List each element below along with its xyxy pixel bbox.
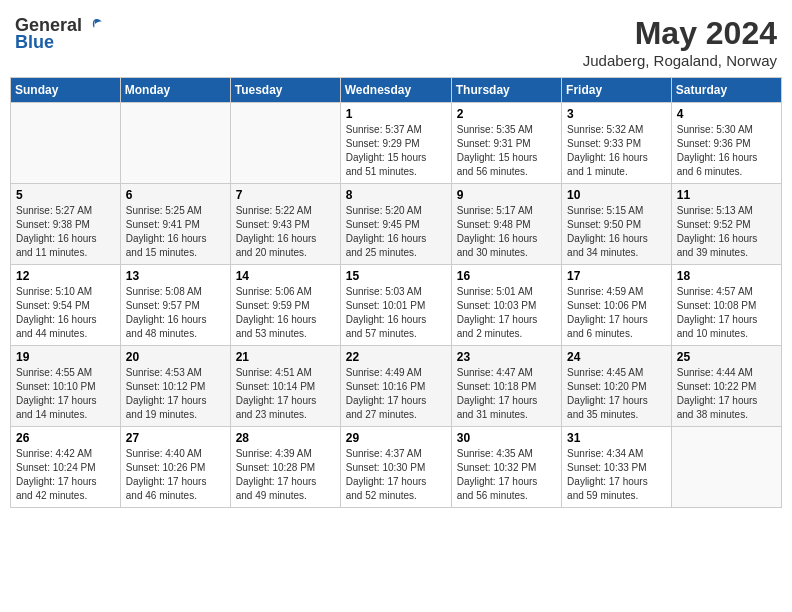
calendar-cell: 2Sunrise: 5:35 AM Sunset: 9:31 PM Daylig… [451, 103, 561, 184]
day-info: Sunrise: 5:22 AM Sunset: 9:43 PM Dayligh… [236, 204, 335, 260]
day-number: 18 [677, 269, 776, 283]
day-info: Sunrise: 5:32 AM Sunset: 9:33 PM Dayligh… [567, 123, 666, 179]
calendar-week-2: 5Sunrise: 5:27 AM Sunset: 9:38 PM Daylig… [11, 184, 782, 265]
calendar-cell: 6Sunrise: 5:25 AM Sunset: 9:41 PM Daylig… [120, 184, 230, 265]
day-info: Sunrise: 4:39 AM Sunset: 10:28 PM Daylig… [236, 447, 335, 503]
calendar-cell [11, 103, 121, 184]
calendar-cell: 11Sunrise: 5:13 AM Sunset: 9:52 PM Dayli… [671, 184, 781, 265]
calendar-cell: 9Sunrise: 5:17 AM Sunset: 9:48 PM Daylig… [451, 184, 561, 265]
day-info: Sunrise: 5:20 AM Sunset: 9:45 PM Dayligh… [346, 204, 446, 260]
day-number: 5 [16, 188, 115, 202]
month-title: May 2024 [583, 15, 777, 52]
day-number: 9 [457, 188, 556, 202]
day-info: Sunrise: 5:06 AM Sunset: 9:59 PM Dayligh… [236, 285, 335, 341]
day-number: 11 [677, 188, 776, 202]
calendar-table: SundayMondayTuesdayWednesdayThursdayFrid… [10, 77, 782, 508]
calendar-header-row: SundayMondayTuesdayWednesdayThursdayFrid… [11, 78, 782, 103]
calendar-cell: 1Sunrise: 5:37 AM Sunset: 9:29 PM Daylig… [340, 103, 451, 184]
day-number: 12 [16, 269, 115, 283]
day-number: 27 [126, 431, 225, 445]
calendar-cell: 18Sunrise: 4:57 AM Sunset: 10:08 PM Dayl… [671, 265, 781, 346]
calendar-cell [120, 103, 230, 184]
column-header-friday: Friday [562, 78, 672, 103]
calendar-cell: 16Sunrise: 5:01 AM Sunset: 10:03 PM Dayl… [451, 265, 561, 346]
day-number: 29 [346, 431, 446, 445]
day-number: 26 [16, 431, 115, 445]
day-number: 22 [346, 350, 446, 364]
calendar-cell: 23Sunrise: 4:47 AM Sunset: 10:18 PM Dayl… [451, 346, 561, 427]
day-info: Sunrise: 5:37 AM Sunset: 9:29 PM Dayligh… [346, 123, 446, 179]
calendar-cell: 7Sunrise: 5:22 AM Sunset: 9:43 PM Daylig… [230, 184, 340, 265]
calendar-cell: 27Sunrise: 4:40 AM Sunset: 10:26 PM Dayl… [120, 427, 230, 508]
calendar-cell: 31Sunrise: 4:34 AM Sunset: 10:33 PM Dayl… [562, 427, 672, 508]
day-info: Sunrise: 5:03 AM Sunset: 10:01 PM Daylig… [346, 285, 446, 341]
location-title: Judaberg, Rogaland, Norway [583, 52, 777, 69]
calendar-cell: 24Sunrise: 4:45 AM Sunset: 10:20 PM Dayl… [562, 346, 672, 427]
calendar-cell: 4Sunrise: 5:30 AM Sunset: 9:36 PM Daylig… [671, 103, 781, 184]
day-number: 8 [346, 188, 446, 202]
day-info: Sunrise: 4:57 AM Sunset: 10:08 PM Daylig… [677, 285, 776, 341]
day-info: Sunrise: 5:27 AM Sunset: 9:38 PM Dayligh… [16, 204, 115, 260]
calendar-cell: 13Sunrise: 5:08 AM Sunset: 9:57 PM Dayli… [120, 265, 230, 346]
day-info: Sunrise: 5:30 AM Sunset: 9:36 PM Dayligh… [677, 123, 776, 179]
day-number: 2 [457, 107, 556, 121]
calendar-week-1: 1Sunrise: 5:37 AM Sunset: 9:29 PM Daylig… [11, 103, 782, 184]
day-info: Sunrise: 5:35 AM Sunset: 9:31 PM Dayligh… [457, 123, 556, 179]
day-number: 1 [346, 107, 446, 121]
day-info: Sunrise: 4:34 AM Sunset: 10:33 PM Daylig… [567, 447, 666, 503]
day-number: 31 [567, 431, 666, 445]
calendar-cell: 22Sunrise: 4:49 AM Sunset: 10:16 PM Dayl… [340, 346, 451, 427]
day-number: 14 [236, 269, 335, 283]
day-number: 20 [126, 350, 225, 364]
day-info: Sunrise: 4:55 AM Sunset: 10:10 PM Daylig… [16, 366, 115, 422]
day-info: Sunrise: 4:45 AM Sunset: 10:20 PM Daylig… [567, 366, 666, 422]
day-number: 4 [677, 107, 776, 121]
day-info: Sunrise: 4:53 AM Sunset: 10:12 PM Daylig… [126, 366, 225, 422]
calendar-cell [230, 103, 340, 184]
day-info: Sunrise: 4:35 AM Sunset: 10:32 PM Daylig… [457, 447, 556, 503]
day-info: Sunrise: 4:51 AM Sunset: 10:14 PM Daylig… [236, 366, 335, 422]
calendar-cell: 5Sunrise: 5:27 AM Sunset: 9:38 PM Daylig… [11, 184, 121, 265]
calendar-cell: 12Sunrise: 5:10 AM Sunset: 9:54 PM Dayli… [11, 265, 121, 346]
day-info: Sunrise: 4:47 AM Sunset: 10:18 PM Daylig… [457, 366, 556, 422]
day-number: 25 [677, 350, 776, 364]
day-number: 13 [126, 269, 225, 283]
calendar-cell: 15Sunrise: 5:03 AM Sunset: 10:01 PM Dayl… [340, 265, 451, 346]
calendar-cell: 28Sunrise: 4:39 AM Sunset: 10:28 PM Dayl… [230, 427, 340, 508]
calendar-cell: 3Sunrise: 5:32 AM Sunset: 9:33 PM Daylig… [562, 103, 672, 184]
day-info: Sunrise: 5:08 AM Sunset: 9:57 PM Dayligh… [126, 285, 225, 341]
day-info: Sunrise: 4:40 AM Sunset: 10:26 PM Daylig… [126, 447, 225, 503]
calendar-cell: 21Sunrise: 4:51 AM Sunset: 10:14 PM Dayl… [230, 346, 340, 427]
day-number: 24 [567, 350, 666, 364]
calendar-cell: 20Sunrise: 4:53 AM Sunset: 10:12 PM Dayl… [120, 346, 230, 427]
calendar-cell: 25Sunrise: 4:44 AM Sunset: 10:22 PM Dayl… [671, 346, 781, 427]
day-number: 30 [457, 431, 556, 445]
day-info: Sunrise: 5:13 AM Sunset: 9:52 PM Dayligh… [677, 204, 776, 260]
calendar-cell: 17Sunrise: 4:59 AM Sunset: 10:06 PM Dayl… [562, 265, 672, 346]
day-number: 7 [236, 188, 335, 202]
calendar-cell: 10Sunrise: 5:15 AM Sunset: 9:50 PM Dayli… [562, 184, 672, 265]
day-number: 6 [126, 188, 225, 202]
day-number: 19 [16, 350, 115, 364]
day-number: 17 [567, 269, 666, 283]
calendar-cell: 8Sunrise: 5:20 AM Sunset: 9:45 PM Daylig… [340, 184, 451, 265]
page-header: General Blue May 2024 Judaberg, Rogaland… [10, 10, 782, 69]
calendar-cell: 30Sunrise: 4:35 AM Sunset: 10:32 PM Dayl… [451, 427, 561, 508]
day-info: Sunrise: 5:25 AM Sunset: 9:41 PM Dayligh… [126, 204, 225, 260]
day-info: Sunrise: 4:44 AM Sunset: 10:22 PM Daylig… [677, 366, 776, 422]
calendar-week-3: 12Sunrise: 5:10 AM Sunset: 9:54 PM Dayli… [11, 265, 782, 346]
title-area: May 2024 Judaberg, Rogaland, Norway [583, 15, 777, 69]
logo-blue-text: Blue [15, 32, 54, 53]
calendar-cell: 14Sunrise: 5:06 AM Sunset: 9:59 PM Dayli… [230, 265, 340, 346]
calendar-cell: 29Sunrise: 4:37 AM Sunset: 10:30 PM Dayl… [340, 427, 451, 508]
column-header-thursday: Thursday [451, 78, 561, 103]
day-number: 23 [457, 350, 556, 364]
logo-bird-icon [84, 16, 104, 36]
day-info: Sunrise: 5:17 AM Sunset: 9:48 PM Dayligh… [457, 204, 556, 260]
column-header-sunday: Sunday [11, 78, 121, 103]
column-header-saturday: Saturday [671, 78, 781, 103]
day-info: Sunrise: 5:10 AM Sunset: 9:54 PM Dayligh… [16, 285, 115, 341]
day-info: Sunrise: 4:42 AM Sunset: 10:24 PM Daylig… [16, 447, 115, 503]
day-info: Sunrise: 4:37 AM Sunset: 10:30 PM Daylig… [346, 447, 446, 503]
calendar-cell: 19Sunrise: 4:55 AM Sunset: 10:10 PM Dayl… [11, 346, 121, 427]
